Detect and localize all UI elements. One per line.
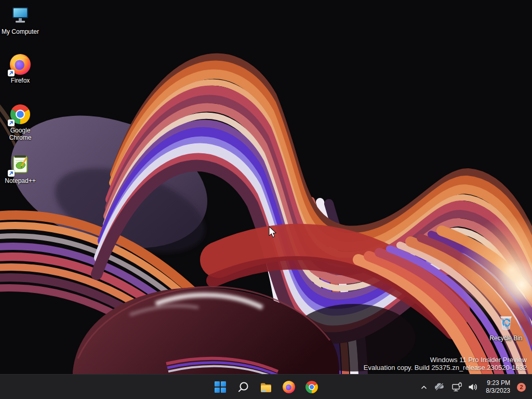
network-icon bbox=[450, 381, 463, 393]
desktop[interactable]: My Computer bbox=[0, 0, 532, 399]
search-button[interactable] bbox=[233, 377, 254, 397]
desktop-icon-my-computer[interactable]: My Computer bbox=[1, 4, 40, 35]
firefox-icon bbox=[282, 380, 296, 394]
desktop-icon-notepad-plus-plus[interactable]: Notepad++ bbox=[1, 153, 40, 184]
desktop-icon-label: My Computer bbox=[2, 28, 39, 35]
recycle-bin-icon bbox=[494, 310, 518, 334]
my-computer-icon bbox=[9, 4, 32, 27]
onedrive-button[interactable] bbox=[432, 377, 447, 397]
tray-overflow-button[interactable] bbox=[417, 377, 431, 397]
desktop-icon-recycle-bin[interactable]: Recycle Bin bbox=[486, 310, 526, 342]
shortcut-arrow-icon bbox=[8, 170, 15, 177]
desktop-icon-label: Google Chrome bbox=[1, 127, 40, 141]
desktop-icon-label: Firefox bbox=[11, 77, 30, 84]
firefox-taskbar-button[interactable] bbox=[278, 377, 299, 397]
start-button[interactable] bbox=[210, 377, 231, 397]
windows-start-icon bbox=[214, 380, 227, 394]
desktop-icon-firefox[interactable]: Firefox bbox=[1, 53, 40, 84]
clock-time: 9:23 PM bbox=[486, 379, 510, 387]
taskbar-center-buttons bbox=[209, 377, 323, 397]
desktop-icon-label: Notepad++ bbox=[5, 177, 35, 184]
chrome-taskbar-button[interactable] bbox=[301, 377, 322, 397]
desktop-icon-label: Recycle Bin bbox=[489, 335, 522, 342]
notification-badge[interactable]: 2 bbox=[517, 383, 526, 392]
watermark-line2: Evaluation copy. Build 25375.zn_release.… bbox=[364, 364, 527, 371]
taskbar: 9:23 PM 8/3/2023 2 bbox=[0, 374, 532, 399]
volume-icon bbox=[467, 381, 479, 393]
file-explorer-icon bbox=[259, 380, 273, 394]
taskbar-clock[interactable]: 9:23 PM 8/3/2023 bbox=[483, 379, 513, 395]
search-icon bbox=[236, 380, 250, 394]
chevron-up-icon bbox=[418, 381, 430, 393]
watermark-line1: Windows 11 Pro Insider Preview bbox=[364, 356, 527, 364]
shortcut-arrow-icon bbox=[8, 70, 15, 76]
system-tray: 9:23 PM 8/3/2023 2 bbox=[417, 375, 532, 399]
desktop-icon-google-chrome[interactable]: Google Chrome bbox=[1, 103, 40, 141]
evaluation-watermark: Windows 11 Pro Insider Preview Evaluatio… bbox=[364, 356, 527, 371]
shortcut-arrow-icon bbox=[8, 119, 15, 126]
quick-settings-button[interactable] bbox=[448, 377, 482, 397]
onedrive-offline-icon bbox=[433, 381, 446, 393]
firefox-icon bbox=[9, 53, 32, 76]
notepad-plus-plus-icon bbox=[9, 153, 32, 176]
clock-date: 8/3/2023 bbox=[486, 387, 510, 395]
chrome-icon bbox=[305, 380, 318, 394]
wallpaper bbox=[0, 0, 532, 399]
chrome-icon bbox=[9, 103, 32, 126]
file-explorer-button[interactable] bbox=[256, 377, 276, 397]
